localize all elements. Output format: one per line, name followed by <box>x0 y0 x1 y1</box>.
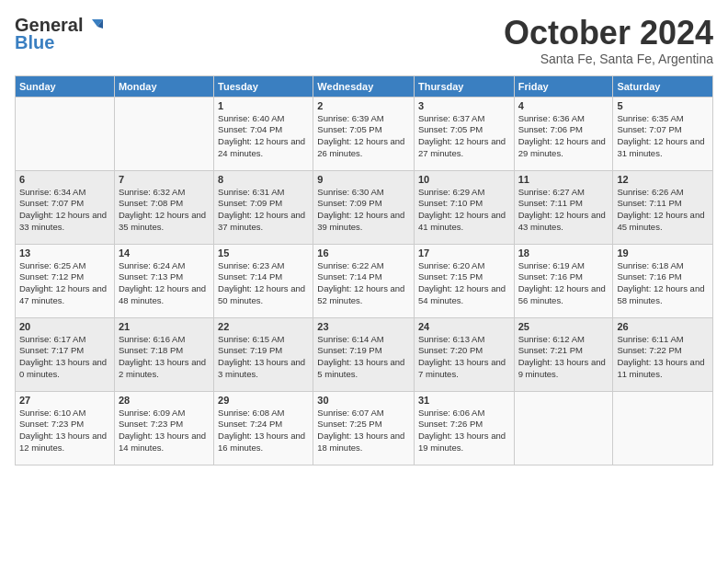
day-number: 13 <box>19 247 110 259</box>
day-detail: Sunrise: 6:40 AM Sunset: 7:04 PM Dayligh… <box>218 113 305 158</box>
calendar-cell: 7Sunrise: 6:32 AM Sunset: 7:08 PM Daylig… <box>114 170 213 244</box>
day-detail: Sunrise: 6:26 AM Sunset: 7:11 PM Dayligh… <box>617 187 704 232</box>
day-detail: Sunrise: 6:39 AM Sunset: 7:05 PM Dayligh… <box>317 113 404 158</box>
calendar-cell: 17Sunrise: 6:20 AM Sunset: 7:15 PM Dayli… <box>414 244 514 317</box>
day-detail: Sunrise: 6:34 AM Sunset: 7:07 PM Dayligh… <box>19 187 107 232</box>
calendar-week-3: 13Sunrise: 6:25 AM Sunset: 7:12 PM Dayli… <box>16 244 713 317</box>
calendar-cell: 31Sunrise: 6:06 AM Sunset: 7:26 PM Dayli… <box>414 391 514 465</box>
logo: General Blue <box>15 15 105 53</box>
calendar-cell <box>613 391 713 465</box>
day-detail: Sunrise: 6:09 AM Sunset: 7:23 PM Dayligh… <box>119 408 206 453</box>
calendar-cell: 13Sunrise: 6:25 AM Sunset: 7:12 PM Dayli… <box>16 244 115 317</box>
calendar-week-1: 1Sunrise: 6:40 AM Sunset: 7:04 PM Daylig… <box>16 97 713 170</box>
day-detail: Sunrise: 6:31 AM Sunset: 7:09 PM Dayligh… <box>218 187 305 232</box>
calendar-cell: 24Sunrise: 6:13 AM Sunset: 7:20 PM Dayli… <box>414 317 514 391</box>
day-number: 24 <box>418 321 510 332</box>
day-number: 17 <box>418 247 510 259</box>
day-detail: Sunrise: 6:14 AM Sunset: 7:19 PM Dayligh… <box>317 334 404 379</box>
calendar-cell: 14Sunrise: 6:24 AM Sunset: 7:13 PM Dayli… <box>114 244 213 317</box>
calendar-cell: 1Sunrise: 6:40 AM Sunset: 7:04 PM Daylig… <box>214 97 313 170</box>
day-number: 27 <box>19 395 110 406</box>
calendar-table: SundayMondayTuesdayWednesdayThursdayFrid… <box>15 75 713 465</box>
calendar-cell: 30Sunrise: 6:07 AM Sunset: 7:25 PM Dayli… <box>313 391 415 465</box>
day-detail: Sunrise: 6:22 AM Sunset: 7:14 PM Dayligh… <box>317 260 404 305</box>
day-detail: Sunrise: 6:07 AM Sunset: 7:25 PM Dayligh… <box>317 408 404 453</box>
calendar-cell: 28Sunrise: 6:09 AM Sunset: 7:23 PM Dayli… <box>114 391 213 465</box>
day-detail: Sunrise: 6:25 AM Sunset: 7:12 PM Dayligh… <box>19 260 107 305</box>
weekday-header-friday: Friday <box>514 75 613 97</box>
calendar-cell: 29Sunrise: 6:08 AM Sunset: 7:24 PM Dayli… <box>214 391 313 465</box>
day-number: 3 <box>418 100 510 111</box>
calendar-cell: 6Sunrise: 6:34 AM Sunset: 7:07 PM Daylig… <box>16 170 115 244</box>
day-detail: Sunrise: 6:18 AM Sunset: 7:16 PM Dayligh… <box>617 260 704 305</box>
day-number: 30 <box>317 395 410 406</box>
month-title: October 2024 <box>504 15 713 52</box>
weekday-header-row: SundayMondayTuesdayWednesdayThursdayFrid… <box>16 75 713 97</box>
calendar-cell: 12Sunrise: 6:26 AM Sunset: 7:11 PM Dayli… <box>613 170 713 244</box>
day-number: 5 <box>617 100 709 111</box>
day-number: 19 <box>617 247 709 259</box>
calendar-cell: 10Sunrise: 6:29 AM Sunset: 7:10 PM Dayli… <box>414 170 514 244</box>
day-detail: Sunrise: 6:36 AM Sunset: 7:06 PM Dayligh… <box>518 113 606 158</box>
calendar-cell: 11Sunrise: 6:27 AM Sunset: 7:11 PM Dayli… <box>514 170 613 244</box>
day-number: 10 <box>418 174 510 185</box>
day-number: 26 <box>617 321 709 332</box>
day-detail: Sunrise: 6:10 AM Sunset: 7:23 PM Dayligh… <box>19 408 107 453</box>
day-number: 9 <box>317 174 410 185</box>
day-number: 29 <box>218 395 309 406</box>
weekday-header-saturday: Saturday <box>613 75 713 97</box>
calendar-cell: 21Sunrise: 6:16 AM Sunset: 7:18 PM Dayli… <box>114 317 213 391</box>
day-number: 18 <box>518 247 609 259</box>
day-number: 4 <box>518 100 609 111</box>
day-detail: Sunrise: 6:37 AM Sunset: 7:05 PM Dayligh… <box>418 113 506 158</box>
calendar-cell <box>114 97 213 170</box>
day-number: 12 <box>617 174 709 185</box>
calendar-cell: 5Sunrise: 6:35 AM Sunset: 7:07 PM Daylig… <box>613 97 713 170</box>
day-detail: Sunrise: 6:08 AM Sunset: 7:24 PM Dayligh… <box>218 408 305 453</box>
calendar-week-2: 6Sunrise: 6:34 AM Sunset: 7:07 PM Daylig… <box>16 170 713 244</box>
day-number: 1 <box>218 100 309 111</box>
calendar-week-5: 27Sunrise: 6:10 AM Sunset: 7:23 PM Dayli… <box>16 391 713 465</box>
day-detail: Sunrise: 6:29 AM Sunset: 7:10 PM Dayligh… <box>418 187 506 232</box>
day-detail: Sunrise: 6:15 AM Sunset: 7:19 PM Dayligh… <box>218 334 305 379</box>
day-detail: Sunrise: 6:23 AM Sunset: 7:14 PM Dayligh… <box>218 260 305 305</box>
day-number: 16 <box>317 247 410 259</box>
day-number: 14 <box>119 247 210 259</box>
weekday-header-tuesday: Tuesday <box>214 75 313 97</box>
logo-bird-icon <box>85 16 105 36</box>
day-number: 23 <box>317 321 410 332</box>
day-detail: Sunrise: 6:19 AM Sunset: 7:16 PM Dayligh… <box>518 260 606 305</box>
day-detail: Sunrise: 6:11 AM Sunset: 7:22 PM Dayligh… <box>617 334 704 379</box>
calendar-cell: 9Sunrise: 6:30 AM Sunset: 7:09 PM Daylig… <box>313 170 415 244</box>
day-detail: Sunrise: 6:16 AM Sunset: 7:18 PM Dayligh… <box>119 334 206 379</box>
calendar-cell: 2Sunrise: 6:39 AM Sunset: 7:05 PM Daylig… <box>313 97 415 170</box>
calendar-cell <box>16 97 115 170</box>
day-number: 20 <box>19 321 110 332</box>
day-number: 2 <box>317 100 410 111</box>
calendar-cell: 25Sunrise: 6:12 AM Sunset: 7:21 PM Dayli… <box>514 317 613 391</box>
calendar-cell: 16Sunrise: 6:22 AM Sunset: 7:14 PM Dayli… <box>313 244 415 317</box>
calendar-header: SundayMondayTuesdayWednesdayThursdayFrid… <box>16 75 713 97</box>
header: General Blue October 2024 Santa Fe, Sant… <box>15 15 713 66</box>
day-number: 25 <box>518 321 609 332</box>
weekday-header-monday: Monday <box>114 75 213 97</box>
day-detail: Sunrise: 6:17 AM Sunset: 7:17 PM Dayligh… <box>19 334 107 379</box>
calendar-cell: 19Sunrise: 6:18 AM Sunset: 7:16 PM Dayli… <box>613 244 713 317</box>
calendar-cell: 15Sunrise: 6:23 AM Sunset: 7:14 PM Dayli… <box>214 244 313 317</box>
day-detail: Sunrise: 6:30 AM Sunset: 7:09 PM Dayligh… <box>317 187 404 232</box>
day-detail: Sunrise: 6:35 AM Sunset: 7:07 PM Dayligh… <box>617 113 704 158</box>
calendar-body: 1Sunrise: 6:40 AM Sunset: 7:04 PM Daylig… <box>16 97 713 465</box>
day-number: 7 <box>119 174 210 185</box>
day-detail: Sunrise: 6:06 AM Sunset: 7:26 PM Dayligh… <box>418 408 506 453</box>
day-number: 21 <box>119 321 210 332</box>
logo-blue-text: Blue <box>15 32 54 53</box>
day-detail: Sunrise: 6:32 AM Sunset: 7:08 PM Dayligh… <box>119 187 206 232</box>
day-number: 6 <box>19 174 110 185</box>
calendar-cell: 3Sunrise: 6:37 AM Sunset: 7:05 PM Daylig… <box>414 97 514 170</box>
calendar-cell: 4Sunrise: 6:36 AM Sunset: 7:06 PM Daylig… <box>514 97 613 170</box>
day-number: 28 <box>119 395 210 406</box>
day-detail: Sunrise: 6:24 AM Sunset: 7:13 PM Dayligh… <box>119 260 206 305</box>
day-number: 31 <box>418 395 510 406</box>
calendar-cell: 20Sunrise: 6:17 AM Sunset: 7:17 PM Dayli… <box>16 317 115 391</box>
weekday-header-sunday: Sunday <box>16 75 115 97</box>
